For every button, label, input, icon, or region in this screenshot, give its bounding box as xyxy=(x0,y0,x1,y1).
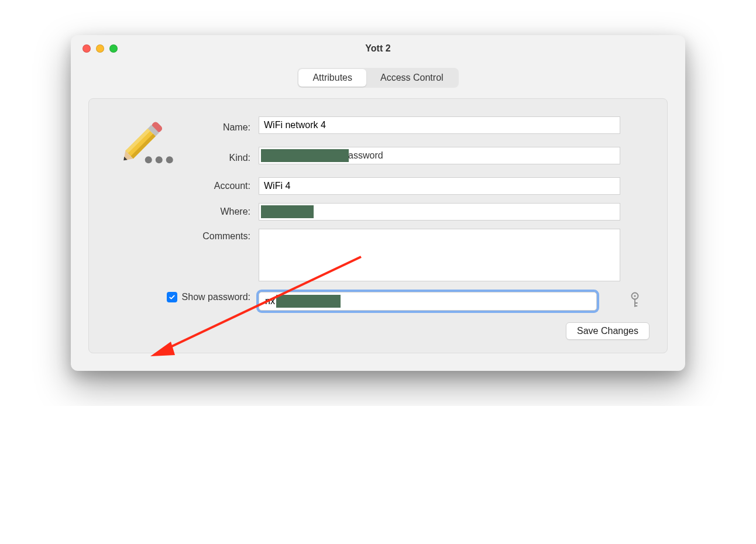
svg-point-9 xyxy=(166,156,173,163)
show-password-checkbox[interactable] xyxy=(167,292,177,302)
comments-field[interactable] xyxy=(259,229,620,281)
password-pencil-icon xyxy=(112,111,183,169)
where-field xyxy=(259,203,620,221)
checkmark-icon xyxy=(169,294,176,301)
keychain-item-window: Yott 2 Attributes Access Control xyxy=(71,35,685,371)
comments-label: Comments: xyxy=(106,229,259,242)
attributes-panel: Name: Kind: XXXXXXXXXXXrk password Accou… xyxy=(88,98,668,353)
tab-attributes[interactable]: Attributes xyxy=(298,69,366,87)
password-redaction xyxy=(276,295,341,308)
svg-point-11 xyxy=(634,295,635,297)
kind-field: XXXXXXXXXXXrk password xyxy=(259,147,620,164)
window-title: Yott 2 xyxy=(71,43,685,54)
password-prefix: nx xyxy=(265,296,275,306)
save-changes-button[interactable]: Save Changes xyxy=(566,322,650,340)
show-password-label: Show password: xyxy=(182,292,250,302)
where-label: Where: xyxy=(106,206,259,217)
account-label: Account: xyxy=(106,181,259,191)
password-field[interactable]: nxXXXXXXXXm xyxy=(259,292,597,311)
where-redaction xyxy=(261,205,314,218)
account-field[interactable] xyxy=(259,177,620,195)
key-icon[interactable] xyxy=(629,292,641,308)
window-titlebar: Yott 2 xyxy=(71,35,685,62)
svg-marker-13 xyxy=(150,342,175,356)
tab-access-control[interactable]: Access Control xyxy=(366,69,458,87)
kind-redaction xyxy=(261,149,349,162)
name-field[interactable] xyxy=(259,116,620,134)
svg-point-7 xyxy=(145,156,152,163)
tab-bar: Attributes Access Control xyxy=(88,68,668,88)
svg-rect-2 xyxy=(125,129,156,159)
svg-point-8 xyxy=(156,156,163,163)
